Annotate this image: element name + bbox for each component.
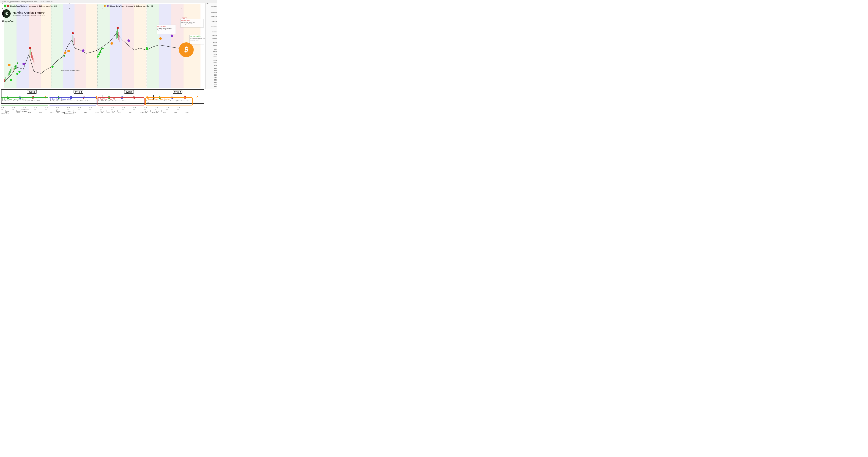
- cycle2-year1-bg: [51, 4, 63, 88]
- orange-dot-3: [67, 50, 70, 52]
- orange-year-number: 4: [147, 98, 147, 100]
- svg-rect-16: [29, 53, 29, 59]
- y-2700: 2700.00: [212, 35, 217, 36]
- red-year-box: 3 Red Year = New ATH New ATHs Made | Cyc…: [97, 97, 145, 105]
- next-cycle-bottom-text3: Expected price: 27k: [190, 39, 199, 41]
- svg-rect-8: [10, 69, 10, 73]
- next-cycle-top-text2: +/- 21 days from Nov 28, 2025: [181, 22, 195, 23]
- nov28-2018: Nov 28: [89, 107, 92, 108]
- y-205: 205.00: [213, 51, 217, 52]
- orange-year-label: Orange Year = Bear Market: [148, 98, 169, 100]
- cycle1-year4-bg: [41, 4, 51, 88]
- nov28-2025: Nov 28: [166, 107, 169, 108]
- nov28-2011b: 2011: [12, 109, 14, 110]
- blue-year-box: 2 Blue Year = Preparation Time Spent Aro…: [49, 97, 96, 105]
- cycle1-label: Cycle 1: [28, 91, 35, 93]
- y-1600: 1600.00: [212, 38, 217, 39]
- year-desc-row: 1 Green Year = Accumulation Best Cycle B…: [1, 97, 193, 105]
- svg-rect-26: [74, 36, 74, 44]
- next-early-top-text3: Expected price: 42: [157, 29, 166, 31]
- btc-label: BTC: [206, 3, 209, 4]
- nov28-2015b: 2015: [56, 109, 58, 110]
- year-2022: 2022: [129, 112, 132, 113]
- cycle2-header: Cycle 2: [73, 90, 83, 94]
- purple-dot-4: [170, 34, 173, 37]
- svg-rect-23: [35, 61, 35, 65]
- year-2019: 2019: [95, 112, 98, 113]
- green-dot-8: [146, 48, 148, 50]
- svg-rect-27: [74, 38, 75, 45]
- y-0-14: 0.14: [214, 78, 217, 80]
- nov28-2014b: 2014: [45, 109, 47, 110]
- y-20500: 20500.00: [211, 21, 217, 22]
- y-12500: 12500.00: [211, 25, 217, 27]
- nov28-2019b: 2019: [100, 109, 102, 110]
- nov28-2018b: 2018: [89, 109, 91, 110]
- next-early-top-text2: +/- 21 days from July 9th, 2024: [157, 28, 172, 29]
- green-dot-4: [52, 66, 54, 68]
- purple-dot-3: [127, 39, 130, 42]
- cycle1-year2-bg: [17, 4, 29, 88]
- nov28-2021: Nov 28: [122, 107, 125, 108]
- nov28-2012b: 2012: [23, 109, 25, 110]
- nov28-labels: Nov 28 2010 Nov 28 2011 Nov 28 2012 Nov …: [1, 107, 180, 110]
- green-year-label: Green Year = Accumulation: [4, 98, 26, 100]
- nov28-2017b: 2017: [78, 109, 80, 110]
- cycle3-label: Cycle 3: [126, 91, 132, 93]
- nov28-2022: Nov 28: [133, 107, 136, 108]
- year-2020: 2020: [106, 112, 110, 113]
- nov28-2020: Nov 28: [111, 107, 114, 108]
- next-cycle-bottom-text2: +/- 21 days from Nov 28th, 2026: [190, 38, 205, 39]
- blue-year-sub: Time Spent Around Median | Price Advance…: [50, 100, 95, 101]
- red-year-title: 3 Red Year = New ATH: [98, 98, 144, 100]
- svg-rect-20: [32, 56, 33, 60]
- c4-n4: 4: [196, 95, 198, 100]
- green-year-sub: Best Cycle Buying Prices | Return to Med…: [2, 100, 47, 101]
- bottom-section: Cycle 1 Cycle 2 Cycle 3 Cycle 4 1 2: [0, 89, 205, 115]
- nov28-2026: Nov 28: [177, 107, 180, 108]
- next-cycle-bottom-text1: Next Cycle Bottom ≈: [190, 36, 200, 37]
- orange-year-title: 4 Orange Year = Bear Market: [147, 98, 192, 100]
- annotation-bottom-early-top: Bottom After First Early Top: [61, 70, 80, 71]
- next-cycle-top-text3: Expected price: 90 - 130k: [181, 23, 193, 25]
- svg-rect-14: [15, 66, 16, 69]
- green-year-title: 1 Green Year = Accumulation: [2, 98, 47, 100]
- y-2: 2.00: [214, 72, 217, 73]
- cycle2-label: Cycle 2: [75, 91, 82, 93]
- green-dot-6: [98, 53, 100, 56]
- svg-rect-28: [116, 31, 117, 39]
- y-585: 585.00: [213, 45, 217, 46]
- green-year-box: 1 Green Year = Accumulation Best Cycle B…: [1, 97, 48, 105]
- blue-year-number: 2: [50, 98, 51, 100]
- y-0-7: 0.70: [214, 75, 217, 76]
- red-year-sub: New ATHs Made | Cycle Top Comes end of Y…: [98, 100, 144, 101]
- year-2012: 2012: [16, 112, 20, 113]
- orange-year-box: 4 Orange Year = Bear Market Price become…: [145, 97, 193, 105]
- btc-icon: ₿: [184, 45, 189, 54]
- cycle3-year4-bg: [134, 4, 147, 88]
- svg-rect-11: [13, 67, 13, 70]
- nov28-2026b: 2026: [177, 109, 179, 110]
- y-3-3: 3.30: [214, 70, 217, 71]
- nov28-2012: Nov 28: [23, 107, 26, 108]
- nov28-2017: Nov 28: [78, 107, 81, 108]
- cycle2-year4-bg: [86, 4, 97, 88]
- year-2015: 2015: [50, 112, 53, 113]
- svg-rect-1: [4, 79, 5, 82]
- y-960: 960.00: [213, 42, 217, 43]
- nov28-2021b: 2021: [122, 109, 124, 110]
- y-9-5: 9.50: [214, 65, 217, 66]
- y-0-02: 0.02: [214, 84, 217, 85]
- green-dot-2: [16, 73, 19, 75]
- bitcoin-logo: ₿: [179, 42, 194, 57]
- nov28-2019: Nov 28: [100, 107, 103, 108]
- svg-rect-17: [30, 50, 30, 58]
- header-bar: CryptoCon_ published on TradingView.com,…: [0, 0, 217, 3]
- svg-rect-10: [12, 65, 12, 70]
- tradingview-label: TradingView: [0, 112, 9, 114]
- svg-rect-6: [8, 73, 9, 75]
- nov28-2015: Nov 28: [56, 107, 59, 108]
- orange-dot-2: [64, 52, 66, 54]
- nov28-2010b: 2010: [1, 109, 3, 110]
- svg-rect-13: [14, 68, 15, 70]
